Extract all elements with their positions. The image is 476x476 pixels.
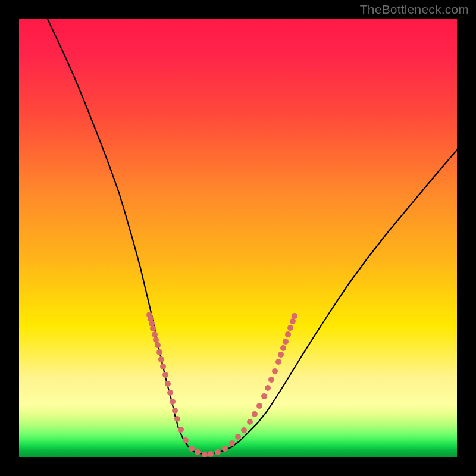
bottleneck-curve	[48, 19, 457, 454]
sample-dot	[152, 331, 158, 337]
curve-svg	[19, 19, 457, 457]
plot-area	[19, 19, 457, 457]
sample-dot	[178, 427, 184, 433]
sample-dot	[256, 403, 262, 409]
sample-dot	[153, 337, 159, 343]
sample-dot	[170, 399, 176, 405]
sample-dot	[278, 352, 284, 358]
sample-dot	[189, 446, 195, 452]
sample-dot	[265, 385, 271, 391]
sample-dot	[261, 393, 267, 399]
sample-dot	[195, 449, 201, 455]
sample-dot	[268, 377, 274, 383]
sample-dots	[146, 312, 298, 457]
sample-dot	[235, 434, 241, 440]
sample-dot	[292, 313, 298, 319]
sample-dot	[162, 372, 168, 378]
sample-dot	[285, 331, 291, 337]
sample-dot	[287, 325, 293, 331]
sample-dot	[156, 349, 162, 355]
sample-dot	[172, 408, 178, 414]
sample-dot	[241, 427, 247, 433]
sample-dot	[167, 390, 173, 396]
sample-dot	[283, 339, 289, 345]
sample-dot	[165, 381, 171, 387]
chart-frame: TheBottleneck.com	[0, 0, 476, 476]
sample-dot	[150, 325, 156, 331]
sample-dot	[183, 437, 189, 443]
sample-dot	[247, 419, 253, 425]
sample-dot	[290, 318, 296, 324]
sample-dot	[174, 416, 180, 422]
sample-dot	[208, 451, 214, 457]
sample-dot	[160, 364, 166, 369]
sample-dot	[215, 449, 221, 455]
watermark-text: TheBottleneck.com	[360, 2, 469, 17]
sample-dot	[222, 446, 228, 452]
bottleneck-curve-path	[48, 19, 457, 454]
sample-dot	[252, 411, 258, 417]
sample-dot	[229, 440, 235, 446]
sample-dot	[275, 359, 281, 365]
sample-dot	[272, 368, 278, 374]
sample-dot	[202, 452, 208, 457]
sample-dot	[155, 342, 161, 348]
sample-dot	[158, 356, 164, 362]
sample-dot	[280, 345, 286, 351]
